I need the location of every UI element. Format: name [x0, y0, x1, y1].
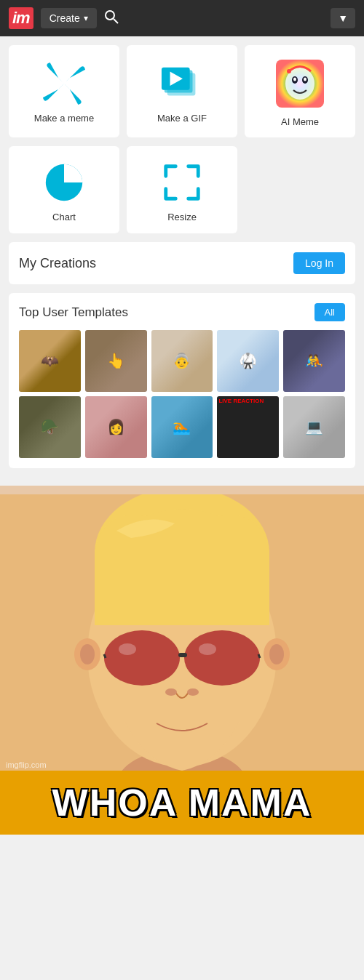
top-templates-header: Top User Templates All: [19, 303, 345, 321]
resize-card[interactable]: Resize: [127, 146, 237, 233]
my-creations-title: My Creations: [19, 256, 96, 271]
meme-face-svg: [0, 494, 364, 771]
logo-text: im: [9, 7, 33, 29]
chart-card[interactable]: Chart: [9, 146, 119, 233]
template-laptop[interactable]: [283, 396, 345, 458]
whoa-mama-text: WHOA MAMA: [52, 781, 312, 824]
svg-line-1: [114, 19, 118, 23]
header-right: ▼: [331, 8, 355, 28]
create-button[interactable]: Create: [41, 8, 97, 28]
svg-point-21: [80, 644, 95, 664]
chart-icon: [42, 161, 86, 204]
make-gif-label: Make a GIF: [157, 113, 207, 124]
svg-rect-25: [178, 653, 187, 657]
svg-point-11: [304, 78, 306, 81]
template-grid: LIVE REACTION: [19, 330, 345, 458]
svg-point-23: [104, 630, 180, 686]
ai-meme-label: AI Meme: [281, 116, 319, 127]
header: im Create ▼: [0, 0, 364, 36]
template-reaction[interactable]: LIVE REACTION: [217, 396, 279, 458]
gif-icon: [160, 62, 204, 105]
svg-point-27: [199, 643, 216, 655]
template-pointing[interactable]: [85, 330, 147, 392]
logo[interactable]: im: [9, 7, 33, 29]
make-meme-label: Make a meme: [34, 113, 94, 124]
my-creations-section: My Creations Log In: [9, 242, 355, 284]
search-button[interactable]: [104, 9, 119, 28]
svg-point-24: [184, 630, 260, 686]
header-left: im Create: [9, 7, 119, 29]
reaction-text: LIVE REACTION: [217, 396, 265, 406]
all-button[interactable]: All: [314, 303, 345, 321]
resize-icon: [160, 161, 204, 204]
template-pool[interactable]: [151, 396, 213, 458]
make-meme-card[interactable]: Make a meme: [9, 45, 119, 137]
whoa-mama-bar: WHOA MAMA: [0, 771, 364, 835]
svg-point-22: [269, 644, 284, 664]
svg-point-29: [187, 688, 199, 696]
tool-grid-row1: Make a meme Make a GIF: [9, 45, 355, 137]
template-batman[interactable]: [19, 330, 81, 392]
tool-grid-row2: Chart Resize: [9, 146, 355, 233]
ai-meme-card[interactable]: AI Meme: [245, 45, 355, 137]
template-soldiers[interactable]: [19, 396, 81, 458]
svg-point-10: [293, 78, 296, 81]
meme-face: [0, 494, 364, 771]
imgflip-watermark: imgflip.com: [6, 760, 47, 769]
make-gif-card[interactable]: Make a GIF: [127, 45, 237, 137]
search-icon: [104, 9, 119, 24]
template-anime[interactable]: [217, 330, 279, 392]
top-templates-section: Top User Templates All LIVE REACTION: [9, 293, 355, 468]
ai-meme-icon: [274, 58, 325, 109]
chart-label: Chart: [52, 212, 76, 222]
template-wrestler[interactable]: [283, 330, 345, 392]
template-old-lady[interactable]: [151, 330, 213, 392]
meme-image-section: WHOA MAMA imgflip.com: [0, 486, 364, 835]
resize-label: Resize: [167, 212, 197, 222]
menu-dropdown-button[interactable]: ▼: [331, 8, 355, 28]
svg-rect-18: [95, 553, 269, 625]
template-woman[interactable]: [85, 396, 147, 458]
top-templates-title: Top User Templates: [19, 305, 128, 320]
svg-point-0: [106, 11, 114, 20]
meme-icon: [42, 62, 86, 105]
empty-cell: [245, 146, 355, 233]
svg-point-26: [119, 643, 136, 655]
svg-point-28: [165, 688, 177, 696]
svg-point-12: [287, 69, 291, 73]
main-content: Make a meme Make a GIF: [0, 36, 364, 486]
log-in-button[interactable]: Log In: [293, 252, 345, 274]
